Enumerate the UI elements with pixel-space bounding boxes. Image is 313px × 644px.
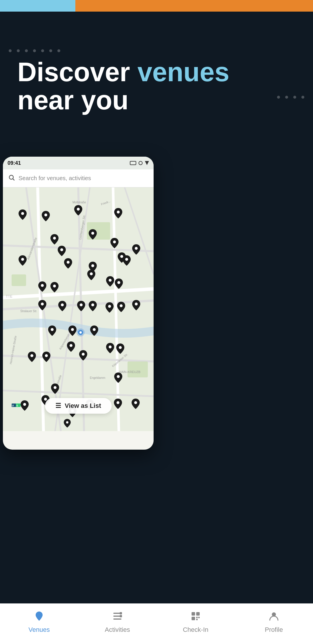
search-icon — [8, 174, 15, 183]
svg-rect-83 — [113, 618, 121, 620]
nav-item-profile[interactable]: Profile — [235, 609, 313, 634]
signal-icon — [139, 161, 143, 165]
svg-point-39 — [113, 240, 116, 243]
svg-point-38 — [91, 232, 94, 235]
svg-point-67 — [119, 346, 122, 349]
status-time: 09:41 — [8, 160, 21, 166]
svg-text:U: U — [12, 404, 14, 407]
svg-point-34 — [44, 214, 47, 216]
venues-icon — [32, 609, 47, 624]
hero-near-you: near you — [17, 85, 128, 115]
svg-point-79 — [66, 421, 68, 424]
activities-label: Activities — [105, 626, 130, 634]
svg-rect-85 — [120, 615, 122, 617]
top-bar-orange1 — [75, 0, 168, 12]
svg-text:Stralauer Str.: Stralauer Str. — [20, 310, 37, 313]
checkin-icon — [188, 609, 203, 624]
svg-point-40 — [135, 247, 138, 250]
svg-rect-87 — [196, 612, 200, 616]
search-placeholder: Search for venues, activities — [19, 175, 91, 182]
activities-icon — [110, 609, 125, 624]
top-bars — [0, 0, 313, 12]
hero-section: Discover venues near you — [17, 58, 296, 114]
svg-rect-86 — [192, 612, 195, 616]
view-as-list-label: View as List — [65, 402, 101, 410]
svg-text:Engeldamm: Engeldamm — [90, 376, 105, 379]
venues-label: Venues — [28, 626, 50, 634]
hero-title: Discover venues near you — [17, 58, 296, 114]
svg-rect-15 — [12, 274, 26, 286]
svg-point-61 — [93, 328, 96, 331]
svg-point-33 — [21, 212, 24, 215]
svg-point-64 — [79, 331, 82, 334]
svg-point-45 — [67, 261, 70, 264]
status-bar: 09:41 — [3, 157, 154, 169]
svg-point-55 — [91, 303, 94, 306]
svg-point-36 — [117, 211, 120, 214]
status-icons — [130, 161, 149, 165]
svg-point-70 — [82, 353, 85, 356]
svg-point-47 — [109, 279, 112, 282]
svg-text:HAIN-KREUZB: HAIN-KREUZB — [119, 370, 141, 374]
svg-point-52 — [41, 303, 44, 305]
map-area[interactable]: Alexanderstraße Lichtenberger Str. Stral… — [3, 187, 154, 431]
phone-mockup: 09:41 Search for venues, activities — [3, 157, 154, 450]
svg-point-58 — [120, 304, 123, 307]
svg-rect-89 — [196, 617, 198, 618]
profile-icon — [266, 609, 281, 624]
bottom-navigation: Venues Activities Check-I — [0, 603, 313, 644]
svg-point-48 — [117, 281, 120, 284]
nav-item-activities[interactable]: Activities — [78, 609, 156, 634]
svg-point-56 — [108, 305, 111, 308]
svg-rect-88 — [192, 617, 195, 620]
decorative-dots-left — [9, 49, 60, 52]
svg-point-53 — [61, 303, 64, 306]
search-bar[interactable]: Search for venues, activities — [3, 169, 154, 187]
svg-point-46 — [91, 264, 94, 267]
svg-point-35 — [77, 208, 80, 211]
svg-point-65 — [70, 344, 72, 347]
checkin-label: Check-In — [183, 626, 208, 634]
svg-text:TTE: TTE — [6, 294, 12, 299]
svg-point-43 — [120, 255, 123, 258]
svg-text:S: S — [16, 404, 18, 407]
svg-rect-91 — [196, 619, 198, 620]
svg-point-41 — [60, 248, 63, 251]
svg-point-69 — [45, 354, 48, 357]
svg-rect-84 — [120, 612, 122, 614]
svg-point-37 — [53, 237, 56, 240]
svg-point-73 — [23, 403, 26, 406]
svg-point-44 — [125, 258, 128, 261]
svg-point-42 — [21, 258, 24, 261]
profile-label: Profile — [265, 626, 283, 634]
svg-point-57 — [135, 303, 138, 305]
wifi-icon — [145, 161, 149, 165]
svg-point-66 — [109, 345, 112, 348]
svg-point-77 — [117, 401, 119, 404]
svg-point-51 — [90, 272, 93, 275]
svg-line-1 — [13, 179, 14, 180]
svg-point-54 — [80, 303, 83, 306]
svg-text:Mollstraße: Mollstraße — [72, 201, 86, 204]
svg-point-60 — [71, 328, 74, 331]
svg-rect-90 — [198, 617, 200, 618]
svg-point-72 — [54, 386, 57, 389]
svg-point-49 — [41, 284, 44, 287]
svg-point-80 — [38, 614, 41, 616]
map-svg: Alexanderstraße Lichtenberger Str. Stral… — [3, 187, 154, 431]
hero-discover: Discover — [17, 57, 137, 87]
svg-point-68 — [30, 354, 33, 357]
list-icon: ☰ — [55, 402, 61, 410]
svg-rect-16 — [128, 361, 148, 377]
top-bar-orange2 — [168, 0, 313, 12]
svg-point-71 — [117, 375, 120, 378]
svg-point-50 — [53, 285, 56, 287]
nav-item-checkin[interactable]: Check-In — [156, 609, 235, 634]
svg-point-74 — [44, 398, 47, 401]
view-as-list-button[interactable]: ☰ View as List — [45, 398, 112, 414]
svg-point-78 — [134, 401, 137, 404]
battery-icon — [130, 161, 136, 165]
hero-highlight: venues — [137, 57, 229, 87]
nav-item-venues[interactable]: Venues — [0, 609, 78, 634]
top-bar-blue — [0, 0, 75, 12]
